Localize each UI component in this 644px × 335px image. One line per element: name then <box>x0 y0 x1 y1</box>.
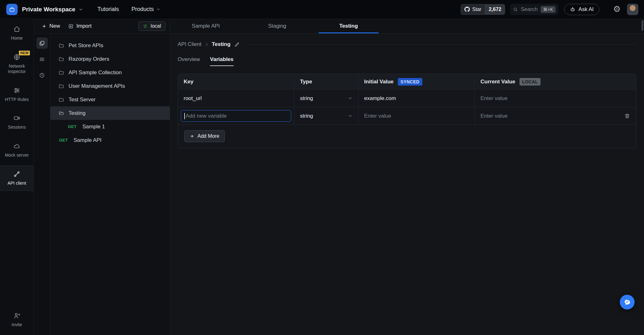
nav-products-label: Products <box>131 6 154 13</box>
environment-switcher[interactable]: local <box>138 21 165 31</box>
ask-ai-label: Ask AI <box>579 6 594 13</box>
tab-testing[interactable]: Testing <box>313 19 384 33</box>
collection-row-testing[interactable]: Testing <box>50 106 170 120</box>
nav-products[interactable]: Products <box>131 6 160 13</box>
http-method-get: GET <box>59 138 69 142</box>
swap-arrows-icon <box>143 24 148 29</box>
sidebar-item-home[interactable]: Home <box>0 21 34 46</box>
variables-table: Key Type Initial Value SYNCED Current Va… <box>178 74 636 148</box>
sidebar-item-http-rules[interactable]: HTTP Rules <box>0 82 34 107</box>
collections-view-button[interactable] <box>36 37 48 49</box>
new-variable-input[interactable]: Add new variable <box>181 110 291 122</box>
search-shortcut: ⌘+K <box>541 6 556 13</box>
scrollbar-thumb[interactable] <box>641 20 643 31</box>
api-link-icon <box>13 170 20 178</box>
video-camera-icon <box>13 114 20 122</box>
collection-row-razorpay[interactable]: Razorpay Orders <box>50 52 170 66</box>
github-star-label: Star <box>472 7 481 12</box>
chevron-down-icon <box>79 7 83 12</box>
collection-row-test-server[interactable]: Test Server <box>50 93 170 106</box>
collection-row-user-management[interactable]: User Management APIs <box>50 79 170 93</box>
github-star-widget[interactable]: Star 2,672 <box>461 4 505 15</box>
sidebar-item-mock-server[interactable]: Mock server <box>0 138 34 163</box>
user-avatar[interactable] <box>627 4 638 15</box>
collection-name: Test Server <box>69 97 96 103</box>
header-initial-value: Initial Value SYNCED <box>358 74 475 89</box>
sidebar-item-sessions[interactable]: Sessions <box>0 110 34 135</box>
tab-staging[interactable]: Staging <box>242 19 313 33</box>
collections-toolbar: New Import local <box>34 19 170 34</box>
current-value-placeholder: Enter value <box>480 113 508 119</box>
history-view-button[interactable] <box>36 70 48 81</box>
initial-value: example.com <box>364 95 396 102</box>
collection-row-api-sample[interactable]: API Sample Collection <box>50 66 170 79</box>
workspace-selector[interactable]: Private Workspace <box>22 6 83 13</box>
collection-name: API Sample Collection <box>69 70 122 76</box>
new-button[interactable]: New <box>39 21 63 31</box>
sidebar-item-label: Mock server <box>5 153 29 158</box>
sidebar-item-invite[interactable]: Invite <box>0 307 34 332</box>
current-value-cell[interactable]: Enter value <box>475 107 636 125</box>
environments-view-button[interactable] <box>36 53 48 65</box>
folder-icon <box>58 97 64 103</box>
sidebar-item-network-inspector[interactable]: NEW Network inspector <box>0 49 34 79</box>
sidebar-item-label: Home <box>11 36 23 41</box>
edit-pencil-icon[interactable] <box>234 42 240 47</box>
history-clock-icon <box>39 72 45 78</box>
table-row: root_url string example.com Enter <box>178 90 636 107</box>
search-input[interactable]: Search ⌘+K <box>510 4 558 15</box>
breadcrumb-parent[interactable]: API Client <box>178 41 202 47</box>
tab-label: Sample API <box>192 23 220 29</box>
folder-icon <box>58 83 64 89</box>
left-sidebar: Home NEW Network inspector HTTP Rules S <box>0 19 34 335</box>
folder-icon <box>58 56 64 62</box>
new-button-label: New <box>49 23 60 29</box>
import-button[interactable]: Import <box>65 21 94 31</box>
type-dropdown[interactable]: string <box>294 107 358 125</box>
header-label: Key <box>184 79 193 85</box>
new-badge: NEW <box>19 51 30 56</box>
workspace-name: Private Workspace <box>22 6 75 13</box>
variable-key: root_url <box>184 95 202 102</box>
subtab-overview[interactable]: Overview <box>178 56 200 66</box>
subtab-label: Overview <box>178 56 200 62</box>
nav-tutorials[interactable]: Tutorials <box>97 6 119 13</box>
subtab-variables[interactable]: Variables <box>210 56 234 66</box>
chevron-down-icon <box>348 114 353 118</box>
type-dropdown[interactable]: string <box>294 90 358 107</box>
settings-gear-icon[interactable]: ⚙ <box>613 5 621 14</box>
chat-support-fab[interactable] <box>620 295 635 310</box>
initial-value-cell[interactable]: example.com <box>358 90 475 107</box>
current-value-cell[interactable]: Enter value <box>475 90 636 107</box>
subtab-label: Variables <box>210 56 234 62</box>
breadcrumb-current: Testing <box>212 41 230 47</box>
app-body: Home NEW Network inspector HTTP Rules S <box>0 19 644 335</box>
request-row-sample-1[interactable]: GET Sample 1 <box>50 120 170 133</box>
main-area: Sample API Staging Testing API Client Te… <box>170 19 644 335</box>
key-cell[interactable]: root_url <box>178 90 294 107</box>
header-label: Current Value <box>480 79 515 85</box>
add-more-label: Add More <box>197 133 219 139</box>
tab-sample-api[interactable]: Sample API <box>170 19 242 33</box>
app-logo[interactable] <box>6 4 18 15</box>
request-row-sample-api[interactable]: GET Sample API <box>50 133 170 147</box>
table-row-new: Add new variable string Enter value <box>178 107 636 125</box>
cloud-icon <box>13 142 20 150</box>
delete-row-trash-icon[interactable] <box>624 113 630 119</box>
header-key: Key <box>178 74 294 89</box>
chat-bubble-icon <box>624 299 631 306</box>
robot-icon <box>570 7 575 12</box>
environment-name: local <box>151 23 161 29</box>
briefcase-icon <box>9 6 15 13</box>
folder-icon <box>58 70 64 75</box>
initial-value-cell[interactable]: Enter value <box>358 107 475 125</box>
collections-panel: New Import local <box>34 19 170 335</box>
add-more-button[interactable]: Add More <box>184 130 225 142</box>
sliders-icon <box>13 87 20 94</box>
sidebar-item-label: Invite <box>12 322 22 328</box>
collection-row-pet-store[interactable]: Pet Store APIs <box>50 39 170 52</box>
sidebar-item-api-client[interactable]: API client <box>0 165 34 191</box>
ask-ai-button[interactable]: Ask AI <box>564 4 599 15</box>
add-more-row: Add More <box>178 125 636 148</box>
header-type: Type <box>294 74 358 89</box>
